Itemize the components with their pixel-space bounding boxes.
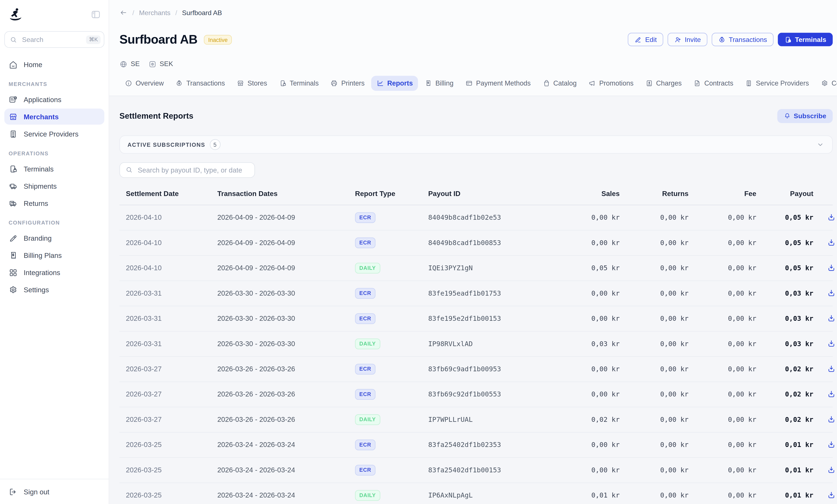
cell-transaction-dates: 2026-04-09 - 2026-04-09 (217, 264, 355, 272)
cell-settlement-date: 2026-04-10 (126, 213, 217, 221)
tab-printers[interactable]: Printers (325, 76, 370, 91)
search-shortcut: ⌘K (86, 35, 101, 44)
cell-payout-id: 83fe195eadf1b01753 (428, 289, 539, 297)
tab-label: Contracts (705, 79, 733, 87)
cell-sales: 0,00 kr (539, 441, 620, 449)
breadcrumb: / Merchants / Surfboard AB (120, 8, 833, 17)
report-type-badge: ECR (355, 364, 375, 375)
sidebar-item-label: Returns (24, 199, 48, 207)
header-actions: Edit Invite Transactions Terminals (628, 33, 833, 46)
sidebar-item-home[interactable]: Home (4, 56, 105, 73)
terminals-button[interactable]: Terminals (778, 33, 833, 46)
report-search[interactable] (120, 162, 255, 178)
sidebar-item-applications[interactable]: Applications (4, 91, 105, 108)
table-body: 2026-04-10 2026-04-09 - 2026-04-09 ECR 8… (120, 205, 833, 504)
report-type-badge: ECR (355, 238, 375, 248)
sidebar-item-returns[interactable]: Returns (4, 195, 105, 211)
tab-stores[interactable]: Stores (231, 76, 272, 91)
cell-sales: 0,00 kr (539, 315, 620, 322)
tab-service-providers[interactable]: Service Providers (740, 76, 814, 91)
sidebar-item-shipments[interactable]: Shipments (4, 178, 105, 194)
subscribe-button[interactable]: Subscribe (777, 109, 833, 123)
search-input[interactable] (21, 35, 83, 44)
cell-settlement-date: 2026-03-25 (126, 491, 217, 499)
sidebar-item-branding[interactable]: Branding (4, 230, 105, 246)
cell-sales: 0,00 kr (539, 239, 620, 246)
button-label: Transactions (729, 36, 767, 43)
tab-catalog[interactable]: Catalog (537, 76, 582, 91)
cell-payout: 0,02 kr (756, 390, 814, 398)
sidebar-collapse-icon[interactable] (90, 9, 101, 20)
tab-overview[interactable]: Overview (120, 76, 169, 91)
section-title: Settlement Reports (120, 111, 193, 120)
tab-payment-methods[interactable]: Payment Methods (460, 76, 536, 91)
download-icon[interactable] (827, 365, 836, 374)
cell-fee: 0,00 kr (689, 415, 756, 424)
tab-reports[interactable]: Reports (371, 76, 418, 91)
table-row: 2026-03-27 2026-03-26 - 2026-03-26 DAILY… (120, 407, 833, 432)
download-icon[interactable] (827, 490, 836, 500)
report-search-input[interactable] (137, 165, 249, 175)
edit-button[interactable]: Edit (628, 33, 663, 46)
download-icon[interactable] (827, 289, 836, 298)
cell-transaction-dates: 2026-03-26 - 2026-03-26 (217, 415, 355, 424)
cell-sales: 0,05 kr (539, 264, 620, 272)
cell-transaction-dates: 2026-03-24 - 2026-03-24 (217, 466, 355, 474)
tab-label: Configuration (832, 79, 837, 87)
money-bag-icon (718, 36, 726, 43)
user-plus-icon (674, 36, 681, 43)
download-icon[interactable] (827, 339, 836, 349)
cell-payout-id: IQEi3PYZ1gN (428, 264, 539, 272)
tab-label: Billing (435, 79, 453, 87)
receipt-icon (8, 251, 18, 260)
tab-contracts[interactable]: Contracts (688, 76, 739, 91)
cell-payout-id: 83fb69c92df1b00553 (428, 390, 539, 398)
store-icon (8, 112, 18, 121)
apps-icon (8, 95, 18, 104)
download-icon[interactable] (827, 415, 836, 424)
tab-label: Payment Methods (476, 79, 531, 87)
sidebar-item-billing-plans[interactable]: Billing Plans (4, 247, 105, 263)
download-icon[interactable] (827, 465, 836, 475)
table-row: 2026-04-10 2026-04-09 - 2026-04-09 DAILY… (120, 256, 833, 281)
table-row: 2026-04-10 2026-04-09 - 2026-04-09 ECR 8… (120, 230, 833, 256)
sidebar-item-service-providers[interactable]: Service Providers (4, 126, 105, 142)
download-icon[interactable] (827, 390, 836, 399)
cell-fee: 0,00 kr (689, 491, 756, 499)
download-icon[interactable] (827, 263, 836, 273)
sidebar-item-integrations[interactable]: Integrations (4, 264, 105, 281)
tab-charges[interactable]: Charges (640, 76, 687, 91)
report-type-badge: ECR (355, 288, 375, 299)
download-icon[interactable] (827, 440, 836, 449)
download-icon[interactable] (827, 213, 836, 222)
tab-terminals[interactable]: Terminals (273, 76, 324, 91)
active-subscriptions-accordion[interactable]: ACTIVE SUBSCRIPTIONS 5 (120, 135, 833, 153)
sidebar-item-terminals[interactable]: Terminals (4, 161, 105, 177)
sidebar-item-settings[interactable]: Settings (4, 282, 105, 298)
download-icon[interactable] (827, 314, 836, 323)
cell-sales: 0,00 kr (539, 289, 620, 297)
sidebar-item-label: Shipments (24, 182, 57, 190)
invite-button[interactable]: Invite (667, 33, 707, 46)
chevron-down-icon[interactable] (816, 140, 825, 149)
sidebar-item-merchants[interactable]: Merchants (4, 109, 105, 125)
meta-sek: SEK (148, 60, 173, 68)
report-type-badge: ECR (355, 313, 375, 324)
transactions-button[interactable]: Transactions (712, 33, 773, 46)
table-row: 2026-04-10 2026-04-09 - 2026-04-09 ECR 8… (120, 205, 833, 230)
tab-billing[interactable]: Billing (419, 76, 459, 91)
sign-out-button[interactable]: Sign out (4, 484, 105, 500)
sidebar-search[interactable]: ⌘K (4, 31, 105, 48)
tab-configuration[interactable]: Configuration (815, 76, 837, 91)
table-row: 2026-03-31 2026-03-30 - 2026-03-30 ECR 8… (120, 306, 833, 331)
cell-report-type: ECR (355, 313, 428, 324)
cell-settlement-date: 2026-03-25 (126, 466, 217, 474)
cell-transaction-dates: 2026-04-09 - 2026-04-09 (217, 213, 355, 221)
breadcrumb-merchants[interactable]: Merchants (139, 9, 171, 16)
tab-promotions[interactable]: Promotions (583, 76, 639, 91)
download-icon[interactable] (827, 238, 836, 247)
back-arrow-icon[interactable] (120, 8, 127, 17)
tab-transactions[interactable]: Transactions (170, 76, 230, 91)
column-header-payout: Payout (756, 190, 814, 198)
cell-fee: 0,00 kr (689, 239, 756, 246)
